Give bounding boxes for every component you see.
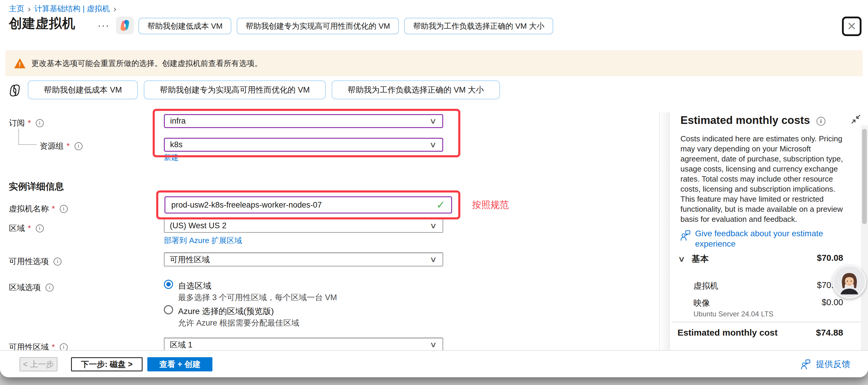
suggestion-high-availability-button[interactable]: 帮助我创建专为实现高可用性而优化的 VM: [237, 18, 399, 34]
subscription-label: 订阅 * i: [9, 118, 44, 128]
vm-name-label: 虚拟机名称 * i: [9, 203, 68, 214]
cost-group-label: 基本: [692, 253, 709, 265]
cost-total-value: $74.88: [816, 328, 843, 338]
copilot-outline-button[interactable]: [6, 82, 23, 100]
zone-options-label: 区域选项 i: [9, 282, 54, 293]
chevron-down-icon: ∨: [430, 340, 437, 349]
region-dropdown[interactable]: (US) West US 2 ∨: [164, 219, 443, 233]
label-text: 可用性选项: [9, 256, 49, 267]
chevron-down-icon: ∨: [430, 221, 437, 230]
info-icon[interactable]: i: [60, 205, 68, 213]
cost-panel-description: Costs indicated here are estimates only.…: [680, 134, 846, 224]
self-select-zones-label[interactable]: 自选区域: [178, 280, 211, 292]
footer-bar: < 上一步 下一步: 磁盘 > 查看 + 创建 提供反馈: [0, 350, 868, 377]
self-select-zones-desc: 最多选择 3 个可用性区域，每个区域一台 VM: [178, 292, 337, 303]
collapse-icon: [850, 113, 862, 125]
cost-image-label: 映像: [693, 297, 710, 309]
suggestion-right-size-button[interactable]: 帮助我为工作负载选择正确的 VM 大小: [332, 81, 500, 99]
chevron-down-icon: ∨: [430, 255, 437, 264]
required-marker: *: [28, 224, 31, 233]
breadcrumb-home-link[interactable]: 主页: [9, 4, 24, 14]
breadcrumb: 主页 › 计算基础结构 | 虚拟机 ›: [9, 4, 116, 14]
suggestion-high-availability-button[interactable]: 帮助我创建专为实现高可用性而优化的 VM: [144, 81, 326, 99]
copilot-button[interactable]: [116, 17, 134, 34]
availability-options-dropdown[interactable]: 可用性区域 ∨: [164, 253, 443, 266]
chevron-down-icon: ∨: [678, 254, 685, 264]
required-marker: *: [52, 204, 55, 214]
annotation-note: 按照规范: [472, 199, 509, 211]
chevron-down-icon: ∨: [429, 140, 437, 149]
info-icon[interactable]: i: [36, 119, 44, 127]
panel-splitter[interactable]: [659, 113, 670, 350]
label-text: 虚拟机名称: [9, 203, 49, 214]
collapse-panel-button[interactable]: [850, 113, 862, 127]
next-disks-button[interactable]: 下一步: 磁盘 >: [71, 357, 143, 372]
availability-zone-value: 区域 1: [170, 340, 430, 350]
inline-copilot-suggestions: 帮助我创建低成本 VM 帮助我创建专为实现高可用性而优化的 VM 帮助我为工作负…: [28, 81, 500, 99]
suggestion-right-size-button[interactable]: 帮助我为工作负载选择正确的 VM 大小: [404, 18, 553, 34]
create-new-resource-group-link[interactable]: 新建: [164, 153, 179, 162]
close-button[interactable]: ✕: [842, 17, 862, 36]
resource-group-value: k8s: [170, 140, 430, 149]
info-icon[interactable]: i: [74, 142, 83, 150]
resource-group-dropdown[interactable]: k8s ∨: [164, 138, 443, 152]
warning-text: 更改基本选项可能会重置所做的选择。创建虚拟机前查看所有选项。: [31, 58, 262, 69]
azure-select-zones-desc: 允许 Azure 根据需要分配最佳区域: [178, 318, 300, 328]
region-label: 区域 * i: [9, 223, 44, 234]
cost-image-value: $0.00: [822, 297, 843, 307]
cost-group-value: $70.08: [817, 253, 843, 263]
tree-connector: [18, 129, 37, 145]
region-value: (US) West US 2: [170, 221, 430, 230]
warning-icon: !: [14, 58, 26, 68]
deploy-edge-zone-link[interactable]: 部署到 Azure 扩展区域: [164, 235, 242, 246]
assistant-avatar[interactable]: [833, 265, 866, 299]
breadcrumb-separator-icon: ›: [28, 5, 31, 13]
vm-name-value: prod-usw2-k8s-freeleaps-worker-nodes-07: [171, 200, 436, 210]
info-icon[interactable]: i: [816, 117, 826, 126]
subscription-dropdown[interactable]: infra ∨: [164, 114, 443, 128]
close-icon: ✕: [847, 21, 857, 32]
scrollbar-thumb[interactable]: [862, 129, 867, 224]
label-text: 资源组: [40, 141, 64, 151]
required-marker: *: [67, 142, 70, 151]
self-select-zones-radio[interactable]: [164, 280, 173, 289]
availability-options-value: 可用性区域: [170, 254, 430, 265]
breadcrumb-separator-icon: ›: [113, 5, 116, 13]
instance-details-heading: 实例详细信息: [9, 181, 64, 193]
warning-banner: ! 更改基本选项可能会重置所做的选择。创建虚拟机前查看所有选项。: [5, 50, 863, 76]
header-copilot-suggestions: 帮助我创建低成本 VM 帮助我创建专为实现高可用性而优化的 VM 帮助我为工作负…: [138, 18, 553, 34]
previous-button[interactable]: < 上一步: [20, 357, 57, 372]
info-icon[interactable]: i: [54, 258, 62, 265]
azure-select-zones-label[interactable]: Azure 选择的区域(预览版): [178, 306, 274, 317]
feedback-icon: [800, 358, 812, 370]
azure-select-zones-radio[interactable]: [164, 305, 173, 314]
give-feedback-text: 提供反馈: [816, 358, 850, 370]
copilot-icon: [118, 19, 132, 32]
info-icon[interactable]: i: [36, 224, 44, 232]
vm-name-input[interactable]: prod-usw2-k8s-freeleaps-worker-nodes-07 …: [164, 196, 452, 214]
valid-check-icon: ✓: [436, 199, 445, 211]
estimate-feedback-link[interactable]: Give feedback about your estimate experi…: [680, 228, 846, 249]
cost-vm-label: 虚拟机: [693, 280, 718, 292]
estimate-feedback-text: Give feedback about your estimate experi…: [695, 228, 846, 249]
info-icon[interactable]: i: [45, 284, 54, 292]
create-vm-blade: 主页 › 计算基础结构 | 虚拟机 › 创建虚拟机 ··· 帮助我创建低成本 V…: [0, 0, 868, 377]
required-marker: *: [28, 119, 31, 128]
cost-divider: [672, 322, 860, 322]
page-title: 创建虚拟机: [9, 15, 75, 32]
copilot-outline-icon: [6, 82, 23, 99]
more-menu-icon[interactable]: ···: [98, 20, 110, 31]
availability-zone-dropdown[interactable]: 区域 1 ∨: [164, 338, 443, 352]
suggestion-low-cost-vm-button[interactable]: 帮助我创建低成本 VM: [138, 18, 231, 34]
label-text: 区域选项: [9, 282, 41, 293]
warning-exclamation: !: [19, 61, 21, 68]
subscription-value: infra: [170, 117, 430, 126]
give-feedback-link[interactable]: 提供反馈: [800, 358, 850, 370]
resource-group-label: 资源组 * i: [40, 141, 83, 151]
cost-total-label: Estimated monthly cost: [678, 328, 777, 338]
suggestion-low-cost-vm-button[interactable]: 帮助我创建低成本 VM: [28, 81, 138, 99]
breadcrumb-section-link[interactable]: 计算基础结构 | 虚拟机: [34, 4, 110, 14]
availability-options-label: 可用性选项 i: [9, 256, 62, 267]
chevron-down-icon: ∨: [429, 117, 437, 126]
review-create-button[interactable]: 查看 + 创建: [147, 357, 212, 372]
